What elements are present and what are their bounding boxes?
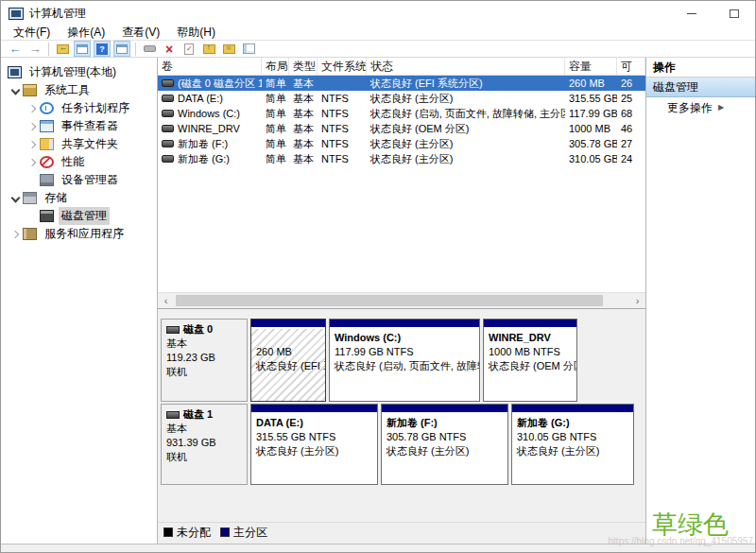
folder-search-icon <box>223 44 235 54</box>
header-type[interactable]: 类型 <box>289 58 318 75</box>
legend-unallocated: 未分配 <box>163 525 211 541</box>
header-layout[interactable]: 布局 <box>262 58 289 75</box>
disk-management-icon <box>40 210 54 222</box>
more-actions-button[interactable]: 更多操作 ▶ <box>646 97 755 118</box>
header-free[interactable]: 可 <box>617 58 645 75</box>
legend-primary-partition: 主分区 <box>220 525 267 541</box>
delete-volume-button[interactable]: × <box>161 41 178 57</box>
properties-button[interactable] <box>240 41 257 57</box>
device-manager-icon <box>40 174 54 186</box>
tree-item-shared-folders[interactable]: 共享文件夹 <box>1 135 157 153</box>
partition-new-f[interactable]: 新加卷 (F:) 305.78 GB NTFS 状态良好 (主分区) <box>381 404 508 485</box>
volume-row-new-g[interactable]: 新加卷 (G:) 简单 基本 NTFS 状态良好 (主分区) 310.05 GB… <box>158 151 645 166</box>
folder-up-icon <box>203 44 215 54</box>
expand-chevron-icon[interactable] <box>26 120 39 133</box>
help-button[interactable]: ? <box>94 41 111 57</box>
partition-color-bar <box>512 405 633 414</box>
volume-row-data-e[interactable]: DATA (E:) 简单 基本 NTFS 状态良好 (主分区) 315.55 G… <box>158 91 645 106</box>
volume-row-windows-c[interactable]: Windows (C:) 简单 基本 NTFS 状态良好 (启动, 页面文件, … <box>158 106 645 121</box>
show-console-tree-button[interactable] <box>54 41 71 57</box>
partition-windows-c[interactable]: Windows (C:) 117.99 GB NTFS 状态良好 (启动, 页面… <box>329 319 480 402</box>
minimize-icon <box>687 13 696 14</box>
tree-item-services-applications[interactable]: 服务和应用程序 <box>1 225 157 243</box>
minimize-button[interactable] <box>670 1 713 26</box>
computer-icon <box>8 66 22 78</box>
console-tree-icon <box>57 44 69 54</box>
show-hide-action-pane-button[interactable] <box>113 41 130 57</box>
partition-new-g[interactable]: 新加卷 (G:) 310.05 GB NTFS 状态良好 (主分区) <box>511 404 634 485</box>
header-capacity[interactable]: 容量 <box>565 58 617 75</box>
tree-item-disk-management[interactable]: 磁盘管理 <box>1 207 157 225</box>
toolbar-separator <box>48 43 49 56</box>
expand-chevron-icon[interactable] <box>9 228 22 241</box>
services-icon <box>23 228 37 240</box>
scroll-left-button[interactable]: ‹ <box>158 293 174 308</box>
collapse-chevron-icon[interactable] <box>9 192 22 205</box>
volume-icon <box>162 110 174 117</box>
disk-0-label[interactable]: 磁盘 0 基本 119.23 GB 联机 <box>161 319 248 402</box>
window-title: 计算机管理 <box>29 6 86 22</box>
event-viewer-icon <box>40 120 54 132</box>
partition-efi[interactable]: 260 MB 状态良好 (EFI 系统分区) <box>250 319 326 402</box>
menu-view[interactable]: 查看(V) <box>113 26 168 41</box>
tree-item-task-scheduler[interactable]: 任务计划程序 <box>1 99 157 117</box>
partition-winre-drv[interactable]: WINRE_DRV 1000 MB NTFS 状态良好 (OEM 分区) <box>483 319 577 402</box>
menu-file[interactable]: 文件(F) <box>5 26 59 41</box>
storage-icon <box>23 192 37 204</box>
expand-chevron-icon[interactable] <box>26 156 39 169</box>
scroll-right-button[interactable]: › <box>629 293 645 308</box>
volume-row-winre-drv[interactable]: WINRE_DRV 简单 基本 NTFS 状态良好 (OEM 分区) 1000 … <box>158 121 645 136</box>
toolbar-separator <box>135 43 136 56</box>
tree-item-system-tools[interactable]: 系统工具 <box>1 81 157 99</box>
menu-action[interactable]: 操作(A) <box>59 26 113 41</box>
delete-icon: × <box>165 43 173 56</box>
tree-item-computer-management[interactable]: 计算机管理(本地) <box>1 63 157 81</box>
tree-item-device-manager[interactable]: 设备管理器 <box>1 171 157 189</box>
tree-item-event-viewer[interactable]: 事件查看器 <box>1 117 157 135</box>
shared-folders-icon <box>40 138 54 150</box>
partition-data-e[interactable]: DATA (E:) 315.55 GB NTFS 状态良好 (主分区) <box>250 404 378 485</box>
back-icon: ← <box>9 42 22 56</box>
disk-1-label[interactable]: 磁盘 1 基本 931.39 GB 联机 <box>161 404 248 485</box>
partition-color-bar <box>251 405 377 414</box>
menu-help[interactable]: 帮助(H) <box>168 26 224 41</box>
partition-color-bar <box>484 320 576 329</box>
collapse-chevron-icon[interactable] <box>9 84 22 97</box>
volume-icon <box>162 95 174 102</box>
header-status[interactable]: 状态 <box>367 58 565 75</box>
horizontal-scrollbar[interactable]: ‹ › <box>158 292 645 308</box>
disk-icon <box>166 411 180 419</box>
title-bar: 计算机管理 <box>1 1 755 26</box>
window-pane-icon <box>77 44 88 54</box>
show-hide-tree-button[interactable] <box>74 41 91 57</box>
expand-chevron-icon[interactable] <box>26 138 39 151</box>
header-filesystem[interactable]: 文件系统 <box>318 58 367 75</box>
action-pane-icon <box>116 44 128 54</box>
volume-icon <box>162 155 174 163</box>
find-button[interactable] <box>220 41 237 57</box>
forward-button[interactable]: → <box>26 41 43 57</box>
tree-item-performance[interactable]: 性能 <box>1 153 157 171</box>
partition-color-bar <box>382 405 507 414</box>
set-mark-button[interactable] <box>180 41 198 57</box>
disk-0-band: 磁盘 0 基本 119.23 GB 联机 260 MB 状态良好 (EFI 系统… <box>161 319 580 402</box>
actions-disk-management-item[interactable]: 磁盘管理 <box>646 78 755 97</box>
disk-1-band: 磁盘 1 基本 931.39 GB 联机 DATA (E:) 315.55 GB… <box>161 404 637 485</box>
task-scheduler-icon <box>40 102 54 114</box>
expand-chevron-icon[interactable] <box>26 102 39 115</box>
actions-pane-title: 操作 <box>646 58 755 78</box>
volume-row-new-f[interactable]: 新加卷 (F:) 简单 基本 NTFS 状态良好 (主分区) 305.78 GB… <box>158 136 645 151</box>
scrollbar-thumb[interactable] <box>176 295 603 306</box>
folder-up-button[interactable] <box>200 41 217 57</box>
system-tools-icon <box>23 84 37 96</box>
maximize-button[interactable] <box>713 1 755 26</box>
maximize-icon <box>730 9 739 18</box>
volume-row-efi[interactable]: (磁盘 0 磁盘分区 1) 简单 基本 状态良好 (EFI 系统分区) 260 … <box>158 76 645 91</box>
volume-icon <box>162 125 174 132</box>
header-volume[interactable]: 卷 <box>158 58 262 75</box>
tree-item-storage[interactable]: 存储 <box>1 189 157 207</box>
back-button[interactable]: ← <box>7 41 24 57</box>
partition-color-bar <box>251 320 325 329</box>
export-list-button[interactable] <box>141 41 158 57</box>
legend-bar: 未分配 主分区 <box>158 522 645 542</box>
